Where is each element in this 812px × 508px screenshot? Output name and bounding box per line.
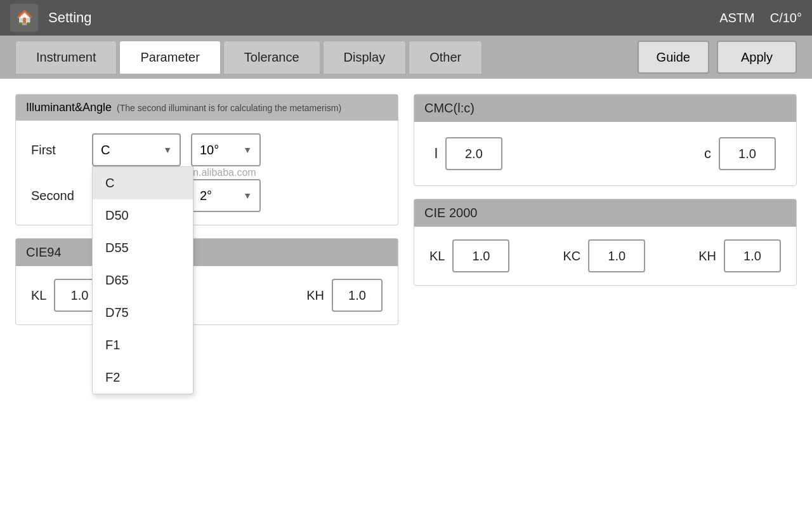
tab-parameter[interactable]: Parameter [119,41,220,74]
main-content: Illuminant&Angle (The second illuminant … [0,79,812,508]
cie94-body: KL 1.0 KH 1.0 [16,266,398,324]
tab-bar: Instrument Parameter Tolerance Display O… [0,36,812,79]
tab-instrument[interactable]: Instrument [15,41,117,74]
first-angle-value: 10° [200,143,219,157]
cmc-title: CMC(l:c) [424,101,475,116]
illuminant-option-c[interactable]: C [93,167,193,199]
cmc-body: l 2.0 c 1.0 [414,122,796,185]
page-title: Setting [48,10,719,26]
illuminant-option-d75[interactable]: D75 [93,297,193,329]
first-illuminant-value: C [101,143,110,157]
header: 🏠 Setting ASTM C/10° [0,0,812,36]
chevron-down-icon-angle: ▼ [243,145,252,155]
cie2000-kh-input[interactable]: 1.0 [724,239,781,272]
illuminant-header: Illuminant&Angle (The second illuminant … [16,95,398,121]
apply-button[interactable]: Apply [717,41,797,74]
illuminant-option-d65[interactable]: D65 [93,264,193,297]
illuminant-title: Illuminant&Angle [26,101,112,114]
cie2000-title: CIE 2000 [424,206,477,220]
cie94-kh-label: KH [306,288,324,303]
guide-button[interactable]: Guide [638,41,709,74]
home-icon: 🏠 [16,10,33,26]
cie94-kh-input[interactable]: 1.0 [332,279,383,312]
right-column: CMC(l:c) l 2.0 c 1.0 CIE 2000 KL [414,94,797,493]
first-angle-select[interactable]: 10° ▼ [191,133,261,166]
cmc-l-input[interactable]: 2.0 [445,137,502,170]
illuminant-panel: Illuminant&Angle (The second illuminant … [15,94,398,225]
illuminant-body: First C ▼ C D50 D55 D65 D75 [16,121,398,225]
left-column: Illuminant&Angle (The second illuminant … [15,94,398,493]
mode-label: C/10° [770,11,802,25]
cie94-header: CIE94 [16,239,398,266]
cie2000-kl-label: KL [429,249,445,264]
first-label: First [31,143,82,157]
cmc-panel: CMC(l:c) l 2.0 c 1.0 [414,94,797,186]
cie2000-body: KL 1.0 KC 1.0 KH 1.0 [414,227,796,285]
illuminant-dropdown-menu: C D50 D55 D65 D75 F1 F2 [92,166,193,394]
illuminant-subtitle: (The second illuminant is for calculatin… [117,103,341,113]
cmc-c-input[interactable]: 1.0 [719,137,776,170]
tab-display[interactable]: Display [323,41,407,74]
second-angle-select[interactable]: 2° ▼ [191,179,261,212]
illuminant-option-f1[interactable]: F1 [93,329,193,361]
cie94-panel: CIE94 KL 1.0 KH 1.0 [15,238,398,325]
second-label: Second [31,189,82,203]
first-illuminant-trigger[interactable]: C ▼ [92,133,181,166]
second-row: Second 2° ▼ [31,179,383,212]
cmc-c-label: c [704,145,711,162]
chevron-down-icon: ▼ [163,145,172,155]
home-button[interactable]: 🏠 [10,4,38,32]
cie94-title: CIE94 [26,245,62,260]
cie2000-header: CIE 2000 [414,199,796,227]
cmc-header: CMC(l:c) [414,95,796,122]
tab-other[interactable]: Other [409,41,482,74]
first-row: First C ▼ C D50 D55 D65 D75 [31,133,383,166]
cmc-l-label: l [435,145,438,162]
cie2000-kl-input[interactable]: 1.0 [452,239,509,272]
tab-tolerance[interactable]: Tolerance [223,41,320,74]
illuminant-option-f2[interactable]: F2 [93,361,193,394]
cie2000-panel: CIE 2000 KL 1.0 KC 1.0 KH 1.0 [414,199,797,286]
cie2000-kc-label: KC [563,249,580,264]
first-illuminant-dropdown[interactable]: C ▼ C D50 D55 D65 D75 F1 F2 [92,133,181,166]
header-info: ASTM C/10° [719,11,802,25]
illuminant-option-d50[interactable]: D50 [93,199,193,232]
cie2000-kc-input[interactable]: 1.0 [588,239,645,272]
astm-label: ASTM [719,11,755,25]
cie94-kl-label: KL [31,288,46,303]
illuminant-option-d55[interactable]: D55 [93,232,193,264]
cie2000-kh-label: KH [698,249,716,264]
chevron-down-icon-angle2: ▼ [243,190,252,201]
second-angle-value: 2° [200,189,212,203]
